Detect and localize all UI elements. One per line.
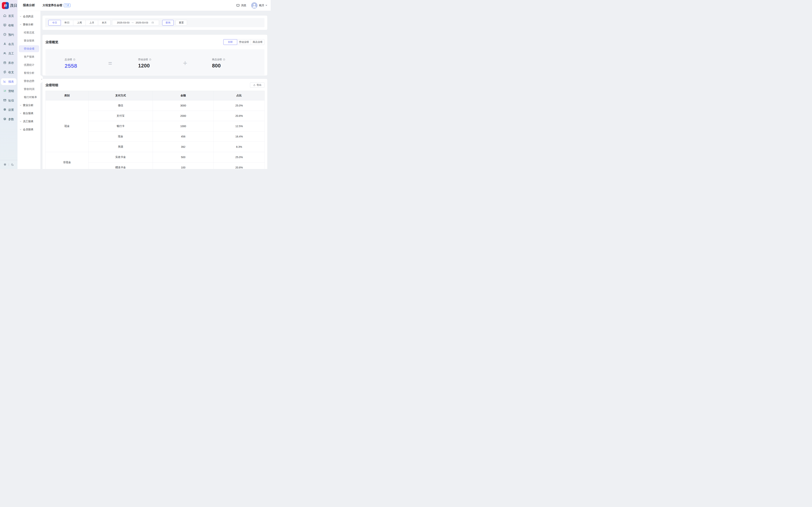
menu-item-bank-statement[interactable]: 银行对账单: [17, 93, 40, 101]
menu-item-asset-report[interactable]: 资产报表: [17, 53, 40, 61]
table-row: 现金 微信 3000 25.0%: [46, 101, 265, 111]
menu-item-revenue-profit[interactable]: 营收利润: [17, 85, 40, 93]
menu-group-operation-analysis[interactable]: 营业分析: [17, 101, 40, 109]
rail-item-settings[interactable]: 设置: [1, 107, 16, 113]
cell-method: 银行卡: [89, 121, 153, 131]
rail-item-marketing[interactable]: 营销: [1, 88, 16, 95]
question-circle-icon[interactable]: [73, 58, 75, 61]
range-yesterday-button[interactable]: 昨日: [61, 20, 73, 25]
messages-button[interactable]: 消息: [236, 4, 246, 7]
rail-footer: [0, 160, 17, 169]
messages-label: 消息: [241, 4, 246, 7]
export-button[interactable]: 导出: [250, 82, 264, 88]
rail-item-reports[interactable]: 报表: [1, 78, 16, 85]
layers-icon: [3, 117, 7, 121]
cell-ratio: 16.4%: [214, 131, 265, 142]
cell-ratio: 12.5%: [214, 121, 265, 131]
store-type-badge[interactable]: 门店: [64, 4, 70, 7]
menu-item-customer-analysis[interactable]: 客情分析: [17, 69, 40, 77]
tab-labor-performance[interactable]: 劳动业绩: [237, 39, 251, 45]
rail-item-cashier[interactable]: 收银: [1, 22, 16, 29]
quick-range-group: 今日 昨日 上周 上月 本月: [48, 20, 110, 25]
chevron-down-icon: [19, 120, 21, 122]
rail-item-label: 参数: [8, 118, 14, 121]
rail-item-label: 员工: [8, 52, 14, 55]
menu-group-frontdesk-reports[interactable]: 前台报表: [17, 109, 40, 117]
cell-amount: 2000: [153, 111, 214, 121]
menu-group-member-crossstore[interactable]: 会员跨店: [17, 12, 40, 20]
tab-all[interactable]: 全部: [223, 39, 237, 45]
range-lastweek-button[interactable]: 上周: [73, 20, 86, 25]
dark-mode-moon-icon[interactable]: [11, 163, 14, 166]
calendar-icon: [151, 21, 154, 24]
home-icon: [3, 14, 7, 18]
range-lastmonth-button[interactable]: 上月: [86, 20, 98, 25]
menu-group-staff-reports[interactable]: 员工报表: [17, 117, 40, 125]
rail-item-home[interactable]: 首页: [1, 13, 16, 19]
cell-method: 现金: [89, 131, 153, 142]
rail-item-label: 设置: [8, 108, 14, 112]
menu-item-revenue-trend[interactable]: 营收趋势: [17, 77, 40, 85]
stats-strip: 总业绩 2558 = 劳动业绩 1200 +: [46, 49, 264, 75]
date-range-picker[interactable]: 2025-03-03 2025-03-03: [112, 20, 159, 25]
rail-item-booking[interactable]: 预约: [1, 32, 16, 38]
rail-item-staff[interactable]: 员工: [1, 50, 16, 57]
menu-item-business-report[interactable]: 营业报表: [17, 37, 40, 45]
gear-icon: [3, 108, 7, 112]
chat-bubble-icon: [236, 4, 240, 7]
cell-amount: 100: [153, 162, 214, 169]
rail-item-members[interactable]: 会员: [1, 41, 16, 48]
icon-rail: R 茂日 首页 收银 预约 会员 员工: [0, 0, 17, 169]
rail-item-label: 库存: [8, 61, 14, 65]
rail-item-label: 营销: [8, 90, 14, 93]
menu-item-labor-performance[interactable]: 劳动业绩: [19, 45, 39, 52]
clock-icon: [3, 33, 7, 37]
menu-group-revenue-analysis[interactable]: 营收分析: [17, 20, 40, 29]
table-header-row: 类别 支付方式 金额 占比: [46, 91, 265, 101]
query-button[interactable]: 查询: [162, 20, 174, 25]
category-cell-cash: 现金: [46, 101, 89, 152]
detail-title: 业绩明细: [46, 83, 58, 87]
export-icon: [253, 84, 256, 87]
question-circle-icon[interactable]: [223, 58, 225, 61]
menu-item-discount-stats[interactable]: 优惠统计: [17, 61, 40, 69]
rail-item-inventory[interactable]: 库存: [1, 60, 16, 66]
stat-labor-performance: 劳动业绩 1200: [138, 58, 152, 69]
range-thismonth-button[interactable]: 本月: [98, 20, 110, 25]
range-today-button[interactable]: 今日: [48, 20, 61, 25]
stat-label: 总业绩: [65, 58, 72, 61]
rail-item-label: 收银: [8, 24, 14, 27]
chevron-down-icon: [19, 104, 21, 106]
rail-item-sms[interactable]: 短信: [1, 97, 16, 104]
table-row: 非现金 实收卡金 500 25.0%: [46, 152, 265, 162]
member-icon: [3, 42, 7, 46]
topbar-right: 消息 晓月: [236, 2, 267, 9]
performance-overview-card: 业绩概览 全部 劳动业绩 商品业绩 总业绩 2558: [43, 35, 267, 75]
submenu-title: 报表分析: [17, 0, 40, 11]
stat-goods-performance: 商品业绩 800: [212, 58, 225, 69]
stat-label: 商品业绩: [212, 58, 222, 61]
rail-item-finance[interactable]: 收支: [1, 69, 16, 76]
inventory-box-icon: [3, 61, 7, 65]
topbar: 大垵堂养生会馆 门店 消息 晓月: [40, 0, 271, 11]
question-circle-icon[interactable]: [149, 58, 152, 61]
cell-method: 美团: [89, 142, 153, 152]
chevron-up-icon: [19, 23, 21, 25]
footer-gear-icon[interactable]: [3, 163, 7, 166]
rail-item-params[interactable]: 参数: [1, 116, 16, 123]
menu-item-business-overview[interactable]: 经营总览: [17, 29, 40, 37]
menu-group-label: 营收分析: [23, 23, 34, 26]
stat-value-goods: 800: [212, 63, 225, 69]
detail-header: 业绩明细 导出: [46, 82, 264, 88]
user-name[interactable]: 晓月: [259, 4, 264, 7]
reset-button[interactable]: 重置: [175, 20, 187, 25]
menu-group-member-reports[interactable]: 会员报表: [17, 125, 40, 133]
caret-down-icon[interactable]: [265, 5, 267, 6]
col-header-ratio: 占比: [214, 91, 265, 101]
content: 今日 昨日 上周 上月 本月 2025-03-03 2025-03-03 查询 …: [40, 11, 271, 169]
category-cell-noncash: 非现金: [46, 152, 89, 169]
chevron-down-icon: [19, 112, 21, 114]
avatar[interactable]: [251, 2, 257, 9]
app-window: R 茂日 首页 收银 预约 会员 员工: [0, 0, 271, 169]
tab-goods-performance[interactable]: 商品业绩: [251, 39, 264, 45]
